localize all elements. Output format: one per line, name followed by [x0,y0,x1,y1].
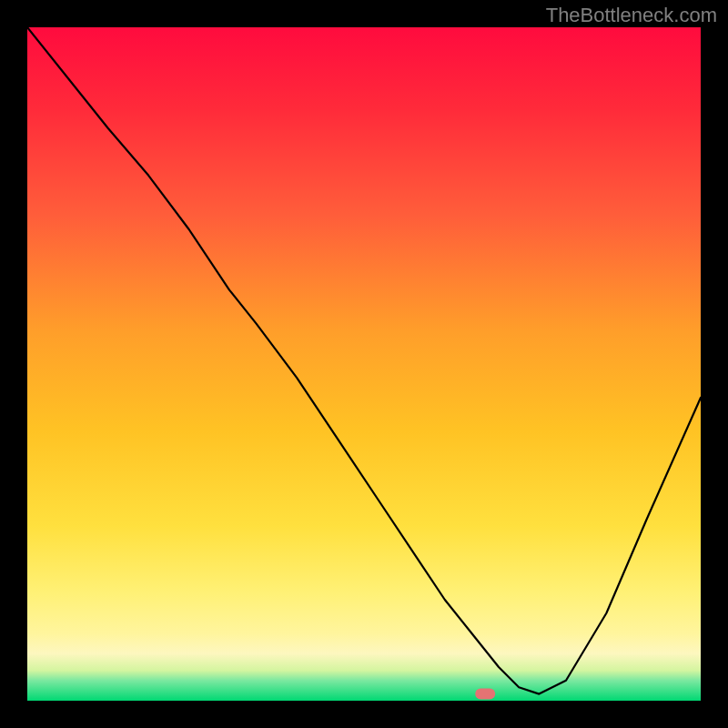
gradient-background [27,27,701,701]
watermark-text: TheBottleneck.com [546,4,717,27]
plot-area [27,27,701,701]
chart-frame [0,0,728,728]
optimal-marker [475,689,495,700]
chart-svg [27,27,701,701]
